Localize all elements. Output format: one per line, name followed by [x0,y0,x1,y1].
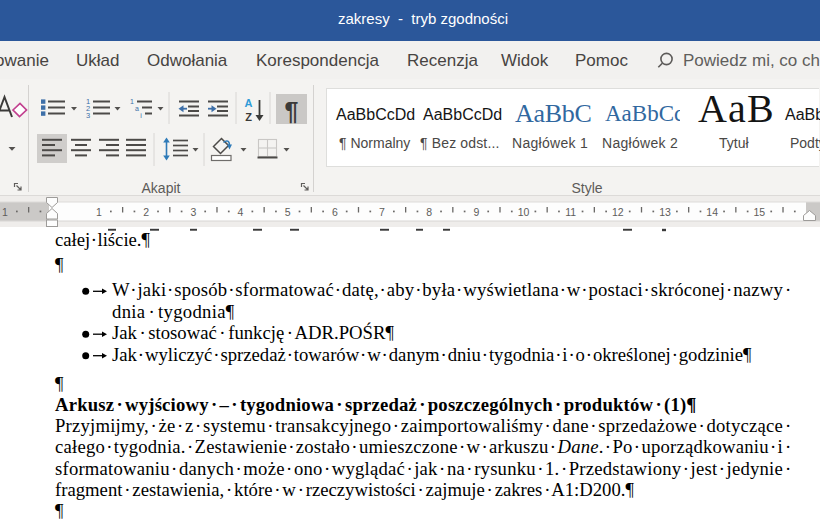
svg-text:7: 7 [379,206,385,218]
svg-text:13: 13 [659,206,671,218]
svg-text:9: 9 [473,206,479,218]
svg-text:8: 8 [426,206,432,218]
svg-text:11: 11 [565,206,576,218]
svg-text:15: 15 [754,206,766,218]
svg-text:6: 6 [332,206,338,218]
svg-text:A: A [245,97,253,109]
svg-text:¶: ¶ [285,97,299,125]
svg-text:i: i [140,112,142,119]
svg-text:1: 1 [96,206,102,218]
svg-text:10: 10 [518,206,530,218]
svg-text:3: 3 [86,111,90,120]
svg-text:4: 4 [238,206,244,218]
svg-text:2: 2 [143,206,149,218]
svg-text:1: 1 [2,206,8,218]
svg-text:14: 14 [706,206,718,218]
svg-text:1: 1 [130,98,134,105]
svg-text:3: 3 [190,206,196,218]
svg-text:12: 12 [612,206,624,218]
svg-text:a: a [135,105,139,112]
svg-text:Z: Z [245,111,252,123]
svg-text:5: 5 [285,206,291,218]
